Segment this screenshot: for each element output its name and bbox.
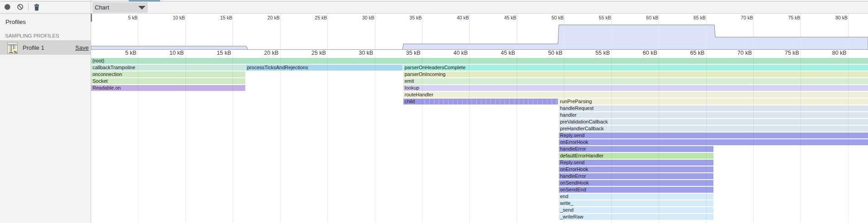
svg-text:%: % [14, 49, 17, 54]
